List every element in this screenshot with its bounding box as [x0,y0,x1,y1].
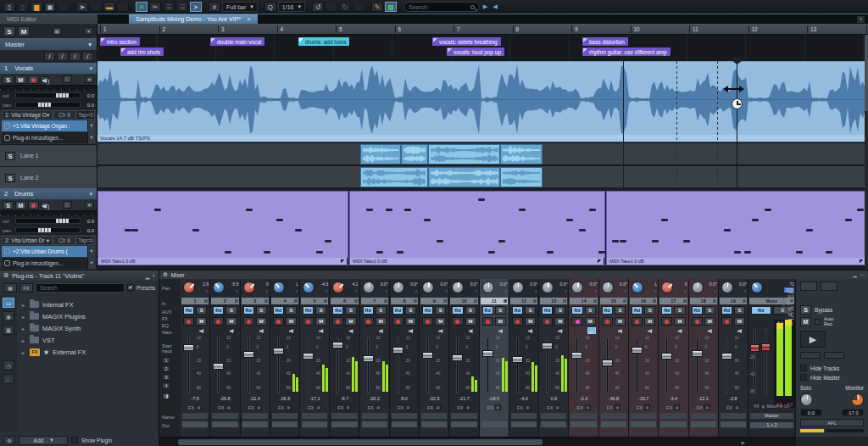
out-field[interactable] [182,421,208,427]
arrange-vertical-scrollbar[interactable] [865,35,868,270]
fader-handle[interactable] [482,350,493,357]
track-header-drums[interactable]: 2Drums▾ [0,188,97,199]
fx-close-icon[interactable]: × [256,404,262,410]
read-automation-button[interactable]: Rd [392,306,403,315]
lane-audio-clip[interactable] [360,144,401,164]
speaker-icon[interactable] [229,327,237,334]
fader-handle[interactable] [213,363,224,370]
settings-gear-icon[interactable]: ⚙ [3,436,15,445]
solo-level-knob[interactable] [800,393,813,406]
out-field[interactable] [511,421,537,427]
out-field[interactable] [212,421,237,427]
mixtofile-label[interactable]: MixtoFile [767,404,783,409]
new-file-icon[interactable]: ▯ [3,2,15,12]
mixer-horizontal-scrollbar[interactable]: ▶ [159,437,796,446]
track-lock-icon[interactable]: ⚿ [63,201,72,209]
solo-button[interactable]: S [465,306,476,315]
channel-number[interactable]: 17 [659,298,687,304]
solo-button[interactable]: S [196,306,207,315]
read-automation-button[interactable]: Rd [243,306,254,315]
fx-label[interactable]: FX [726,405,732,410]
mute-button[interactable]: M [196,317,207,326]
record-button[interactable] [273,317,284,326]
expand-triangle-icon[interactable]: ▸ [22,314,26,320]
speaker-icon[interactable] [437,327,446,334]
expand-triangle-icon[interactable]: ▸ [22,349,26,355]
channel-number[interactable]: 7 [361,298,388,304]
tab-midi-editor[interactable]: MIDI Editor [0,14,97,24]
draw-menu-icon[interactable]: . [117,2,129,12]
minimize-icon[interactable]: ▂ [146,273,150,279]
channel-select-icon[interactable] [235,299,238,303]
name-field[interactable] [511,413,537,419]
volume-slider[interactable] [15,218,81,224]
record-button[interactable] [632,317,643,326]
pan-knob[interactable] [303,282,314,293]
open-folder-icon[interactable]: ▆ [31,2,42,12]
mute-button[interactable]: M [525,317,536,326]
mixer-channel-18[interactable]: 0.0°▾18RdSM120204080-12.1FX× [689,279,719,437]
mute-button[interactable]: M [704,317,715,326]
channel-select-icon[interactable] [204,299,208,303]
channel-select-icon[interactable] [533,299,537,303]
fx-close-icon[interactable]: × [525,404,531,410]
lane-audio-clip[interactable] [428,167,500,187]
lane-row-1[interactable]: SLane 1 [0,144,97,166]
mute-button[interactable]: M [315,317,326,326]
fx-close-icon[interactable]: × [196,404,202,410]
fader-handle[interactable] [571,352,582,359]
mixer-channel-8[interactable]: 0.0°▾8RdSM1202040808.0FX× [390,279,420,437]
mixer-section-label-aux[interactable]: AUX [162,309,171,315]
play-button[interactable]: ▶ [800,331,826,348]
vocals-audio-clip[interactable]: Vocals 14.7 dB TS/PS [97,61,868,142]
name-field[interactable] [362,413,387,419]
read-automation-button[interactable]: Rd [632,306,643,315]
name-field[interactable] [242,413,268,419]
add-plugin-button[interactable]: Add ▾ [19,436,68,445]
pan-knob[interactable] [512,282,524,293]
fader-handle[interactable] [422,352,433,359]
mute-button[interactable]: M [674,317,685,326]
tree-item-magix-synth[interactable]: ▸MAGIX Synth [22,322,153,334]
volume-slider[interactable] [15,92,81,98]
speaker-icon[interactable] [198,327,207,334]
expand-triangle-icon[interactable]: ▸ [22,302,26,308]
solo-button[interactable]: S [405,306,416,315]
read-automation-button[interactable]: Rd [183,306,194,315]
tree-item-external-fx[interactable]: ▸FX★External FX [22,346,153,358]
solo-button[interactable]: S [345,306,356,315]
read-automation-button[interactable]: Rd [482,306,493,315]
record-button[interactable] [542,317,553,326]
speaker-icon[interactable] [587,327,596,334]
solo-button[interactable]: S [435,306,446,315]
instrument-dropdown[interactable]: 2: Vita Urban Dr▾ [2,236,53,245]
channel-number[interactable]: 8 [391,298,418,304]
record-button[interactable] [721,317,732,326]
save-icon[interactable]: ▣ [44,2,56,12]
cursor-tool-icon[interactable]: ➤ [76,2,88,12]
pan-knob[interactable] [243,282,255,293]
search-next-icon[interactable]: ▶ [481,3,489,10]
instruments-category-icon[interactable]: ▭ [3,298,14,308]
volume-handle[interactable] [56,219,69,223]
mixer-channel-7[interactable]: 0.0°▾7RdSM120204080-20.2FX× [360,279,390,437]
name-field[interactable] [631,413,656,419]
fader-handle[interactable] [273,348,284,354]
name-field[interactable] [481,413,507,419]
channel-select-icon[interactable] [623,299,626,303]
mute-button[interactable]: M [734,317,745,326]
global-solo-button[interactable]: S [3,26,15,36]
presets-checkbox[interactable]: ✔ [127,284,134,291]
read-automation-button[interactable]: Rd [661,306,672,315]
scrollbar-thumb[interactable] [865,35,868,111]
channel-select-icon[interactable] [743,299,746,303]
fader-handle[interactable] [183,344,194,351]
chevron-down-icon[interactable]: ▾ [87,258,95,269]
read-automation-button[interactable]: Rd [452,306,463,315]
pan-knob[interactable] [183,282,195,293]
pan-knob[interactable] [571,282,583,293]
mixer-channel-1[interactable]: 2.6▾1RdSM120204080-7.5FX× [181,279,210,437]
out-field[interactable] [721,421,746,427]
record-button[interactable] [571,317,582,326]
timeline-marker[interactable]: add rim shots [120,47,164,56]
